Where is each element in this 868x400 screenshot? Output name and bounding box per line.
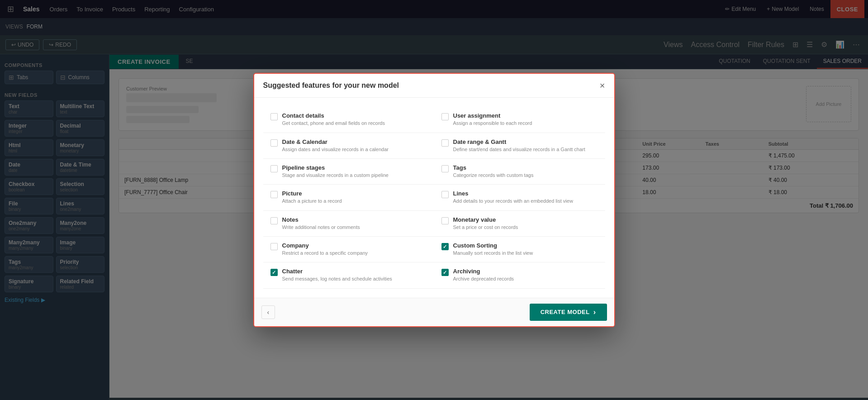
feature-archiving-name: Archiving: [453, 268, 514, 275]
modal-close-button[interactable]: ×: [600, 81, 605, 90]
feature-picture-checkbox[interactable]: [270, 191, 278, 198]
feature-chatter-checkbox[interactable]: [270, 269, 278, 276]
feature-pipeline-stages-desc: Stage and visualize records in a custom …: [282, 172, 389, 179]
feature-notes-name: Notes: [282, 216, 360, 223]
feature-date-range-gantt-checkbox[interactable]: [441, 139, 449, 147]
feature-lines-name: Lines: [453, 190, 573, 197]
feature-picture[interactable]: Picture Attach a picture to a record: [263, 185, 434, 210]
feature-tags[interactable]: Tags Categorize records with custom tags: [434, 159, 605, 185]
feature-date-range-gantt-desc: Define start/end dates and visualize rec…: [453, 146, 585, 153]
feature-user-assignment-checkbox[interactable]: [441, 113, 449, 120]
feature-lines-checkbox[interactable]: [441, 191, 449, 198]
features-grid: Contact details Get contact, phone and e…: [263, 107, 605, 289]
feature-archiving[interactable]: Archiving Archive deprecated records: [434, 262, 605, 288]
feature-date-calendar-name: Date & Calendar: [282, 138, 389, 145]
feature-date-calendar[interactable]: Date & Calendar Assign dates and visuali…: [263, 133, 434, 159]
feature-date-calendar-desc: Assign dates and visualize records in a …: [282, 146, 389, 153]
feature-custom-sorting-name: Custom Sorting: [453, 242, 533, 249]
feature-monetary-value-desc: Set a price or cost on records: [453, 224, 518, 231]
feature-date-range-gantt-name: Date range & Gantt: [453, 138, 585, 145]
feature-monetary-value-name: Monetary value: [453, 216, 518, 223]
feature-chatter[interactable]: Chatter Send messages, log notes and sch…: [263, 262, 434, 288]
feature-notes-desc: Write additional notes or comments: [282, 224, 360, 231]
feature-monetary-value[interactable]: Monetary value Set a price or cost on re…: [434, 211, 605, 237]
create-model-arrow-icon: ›: [593, 308, 596, 316]
modal-header: Suggested features for your new model ×: [254, 74, 614, 98]
feature-archiving-checkbox[interactable]: [441, 269, 449, 276]
feature-contact-details-name: Contact details: [282, 112, 385, 119]
modal: Suggested features for your new model × …: [253, 73, 615, 327]
feature-user-assignment[interactable]: User assignment Assign a responsible to …: [434, 107, 605, 133]
feature-chatter-name: Chatter: [282, 268, 392, 275]
feature-lines[interactable]: Lines Add details to your records with a…: [434, 185, 605, 210]
feature-tags-checkbox[interactable]: [441, 165, 449, 172]
feature-user-assignment-desc: Assign a responsible to each record: [453, 120, 532, 127]
feature-tags-name: Tags: [453, 164, 534, 171]
feature-pipeline-stages-name: Pipeline stages: [282, 164, 389, 171]
feature-chatter-desc: Send messages, log notes and schedule ac…: [282, 276, 392, 282]
feature-notes[interactable]: Notes Write additional notes or comments: [263, 211, 434, 237]
feature-contact-details-desc: Get contact, phone and email fields on r…: [282, 120, 385, 127]
modal-body: Contact details Get contact, phone and e…: [254, 98, 614, 298]
feature-pipeline-stages-checkbox[interactable]: [270, 165, 278, 172]
feature-custom-sorting-desc: Manually sort records in the list view: [453, 250, 533, 257]
modal-overlay[interactable]: Suggested features for your new model × …: [0, 0, 868, 400]
feature-date-calendar-checkbox[interactable]: [270, 139, 278, 147]
feature-tags-desc: Categorize records with custom tags: [453, 172, 534, 179]
feature-custom-sorting-checkbox[interactable]: [441, 243, 449, 250]
modal-footer: ‹ CREATE MODEL ›: [254, 298, 614, 326]
feature-user-assignment-name: User assignment: [453, 112, 532, 119]
create-model-label: CREATE MODEL: [541, 309, 590, 315]
feature-date-range-gantt[interactable]: Date range & Gantt Define start/end date…: [434, 133, 605, 159]
feature-company-name: Company: [282, 242, 368, 249]
feature-monetary-value-checkbox[interactable]: [441, 217, 449, 224]
feature-picture-desc: Attach a picture to a record: [282, 198, 342, 205]
feature-notes-checkbox[interactable]: [270, 217, 278, 224]
feature-company-desc: Restrict a record to a specific company: [282, 250, 368, 257]
back-button[interactable]: ‹: [261, 305, 275, 319]
feature-pipeline-stages[interactable]: Pipeline stages Stage and visualize reco…: [263, 159, 434, 185]
feature-company[interactable]: Company Restrict a record to a specific …: [263, 237, 434, 262]
modal-title: Suggested features for your new model: [263, 81, 399, 90]
feature-contact-details[interactable]: Contact details Get contact, phone and e…: [263, 107, 434, 133]
feature-lines-desc: Add details to your records with an embe…: [453, 198, 573, 205]
create-model-button[interactable]: CREATE MODEL ›: [530, 304, 607, 321]
feature-custom-sorting[interactable]: Custom Sorting Manually sort records in …: [434, 237, 605, 262]
feature-picture-name: Picture: [282, 190, 342, 197]
feature-contact-details-checkbox[interactable]: [270, 113, 278, 120]
feature-company-checkbox[interactable]: [270, 243, 278, 250]
feature-archiving-desc: Archive deprecated records: [453, 276, 514, 282]
